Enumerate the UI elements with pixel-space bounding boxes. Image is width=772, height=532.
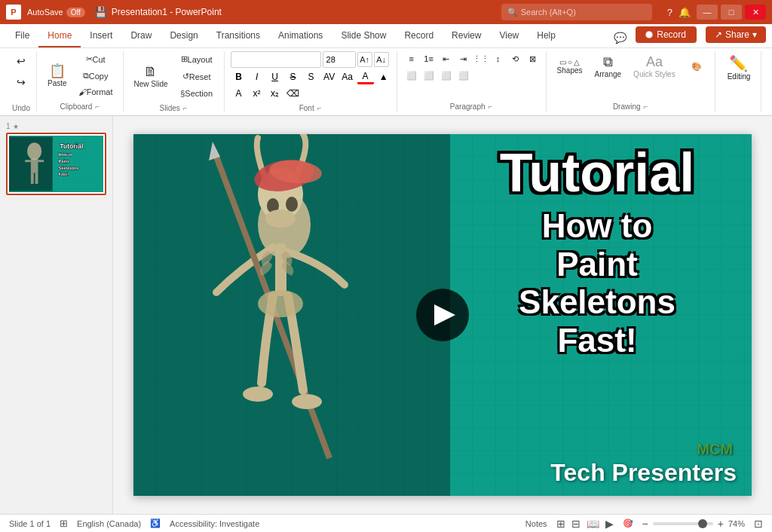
justify-button[interactable]: ⬜ [455,68,472,83]
shape-fill-button[interactable]: 🎨 [683,59,710,75]
clear-format-button[interactable]: ⌫ [285,86,302,101]
align-right-button[interactable]: ⬜ [438,68,455,83]
slide-sorter-button[interactable]: ⊟ [571,518,581,530]
help-icon[interactable]: ? [667,7,672,18]
tab-slideshow[interactable]: Slide Show [332,24,395,47]
autosave-toggle[interactable]: Off [66,8,85,17]
tab-help[interactable]: Help [528,24,565,47]
zoom-out-button[interactable]: − [642,518,648,530]
format-painter-button[interactable]: 🖌Format [73,84,118,99]
text-direction-button[interactable]: ⟲ [507,51,524,66]
paragraph-expand-icon[interactable]: ⌐ [487,101,495,112]
search-bar[interactable]: 🔍 Search (Alt+Q) [501,4,652,20]
triangle-shape: △ [574,58,580,66]
superscript-button[interactable]: x² [249,86,265,101]
highlight-button[interactable]: ▲ [375,69,392,84]
font-group: A↑ A↓ B I U S S AV Aa A ▲ A x² x₂ ⌫ F [226,51,397,112]
paste-button[interactable]: 📋 Paste [43,54,72,96]
new-slide-icon: 🗎 [144,65,158,78]
normal-view-button[interactable]: ⊞ [556,518,565,530]
tab-insert[interactable]: Insert [81,24,121,47]
tab-file[interactable]: File [6,24,38,47]
convert-to-smartart-button[interactable]: ⊠ [525,51,541,66]
shadow-button[interactable]: S [303,69,320,84]
editing-button[interactable]: ✏️ Editing [721,51,757,84]
record-button[interactable]: Record [636,26,697,43]
zoom-thumb[interactable] [698,519,707,528]
columns-button[interactable]: ⋮⋮ [473,51,489,66]
presenter-coach-button[interactable]: 🎯 [623,518,633,528]
close-button[interactable]: ✕ [745,5,766,20]
align-center-button[interactable]: ⬜ [421,68,437,83]
new-slide-label: New Slide [134,80,168,88]
tab-draw[interactable]: Draw [121,24,161,47]
tab-view[interactable]: View [490,24,528,47]
slides-label: Slides ⌐ [160,101,189,114]
slide-container[interactable]: Tutorial How toPaintSkeletonsFast! MCM T… [133,134,752,496]
font-name-input[interactable] [231,51,321,68]
play-button[interactable] [416,289,469,341]
window-controls: — □ ✕ [697,5,766,20]
slide-thumbnail[interactable]: Tutorial How to Paint Skeletons Fast! [6,133,106,195]
arrange-button[interactable]: ⧉ Arrange [590,51,626,81]
notes-button[interactable]: Notes [525,519,547,528]
char-spacing-button[interactable]: AV [321,69,338,84]
numbering-button[interactable]: 1≡ [421,51,437,66]
section-button[interactable]: §Section [174,86,219,101]
tech-presenters-label: Tech Presenters [550,459,737,487]
indent-increase-button[interactable]: ⇥ [455,51,472,66]
fit-slide-button[interactable]: ⊡ [754,518,763,530]
shapes-button[interactable]: ▭ ○ △ Shapes [553,55,587,78]
clipboard-expand-icon[interactable]: ⌐ [93,101,101,112]
zoom-level[interactable]: 74% [728,519,745,528]
change-case-button[interactable]: Aa [339,69,356,84]
dictate-button[interactable]: 🎙 Dictate [767,51,772,83]
zoom-in-button[interactable]: + [718,518,724,530]
tab-record[interactable]: Record [395,24,443,47]
strikethrough-button[interactable]: S [285,69,302,84]
bold-button[interactable]: B [231,69,247,84]
tab-review[interactable]: Review [443,24,490,47]
drawing-expand-icon[interactable]: ⌐ [642,101,650,112]
notification-icon[interactable]: 🔔 [679,7,691,18]
tab-animations[interactable]: Animations [269,24,332,47]
zoom-slider[interactable] [653,522,713,525]
font-expand-icon[interactable]: ⌐ [316,102,323,114]
align-left-button[interactable]: ⬜ [403,68,420,83]
reset-button[interactable]: ↺Reset [174,69,219,84]
save-icon[interactable]: 💾 [94,6,107,18]
redo-button[interactable]: ↪ [11,72,32,92]
tab-transitions[interactable]: Transitions [207,24,269,47]
copy-button[interactable]: ⧉Copy [73,68,118,84]
slideshow-button[interactable]: ▶ [605,518,614,530]
search-icon: 🔍 [507,8,518,17]
subscript-button[interactable]: x₂ [267,86,283,101]
accessibility-status[interactable]: Accessibility: Investigate [170,519,259,528]
font-size-decrease-button[interactable]: A↓ [374,52,389,67]
maximize-button[interactable]: □ [721,5,742,20]
layout-button[interactable]: ⊞Layout [174,51,219,67]
language-indicator[interactable]: English (Canada) [77,519,141,528]
font-color-button[interactable]: A [357,69,374,84]
undo-button[interactable]: ↩ [11,51,32,71]
font-size-input[interactable] [323,51,356,68]
line-spacing-button[interactable]: ↕ [490,51,507,66]
accessibility-icon[interactable]: ♿ [150,518,161,528]
font-color2-button[interactable]: A [231,86,247,101]
minimize-button[interactable]: — [697,5,718,20]
quick-styles-button[interactable]: Aa Quick Styles [629,51,680,81]
reading-view-button[interactable]: 📖 [587,518,599,530]
bullets-button[interactable]: ≡ [403,51,420,66]
share-button[interactable]: ↗ Share ▾ [706,26,766,43]
cut-button[interactable]: ✂Cut [73,51,118,67]
tab-home[interactable]: Home [38,24,81,47]
tab-design[interactable]: Design [161,24,207,47]
indent-decrease-button[interactable]: ⇤ [438,51,455,66]
italic-button[interactable]: I [249,69,265,84]
underline-button[interactable]: U [267,69,283,84]
new-slide-button[interactable]: 🗎 New Slide [130,55,173,97]
slides-expand-icon[interactable]: ⌐ [182,102,189,114]
font-size-increase-button[interactable]: A↑ [357,52,372,67]
comments-button[interactable]: 💬 [609,30,631,45]
slide-panel-toggle[interactable]: ⊞ [60,518,68,529]
